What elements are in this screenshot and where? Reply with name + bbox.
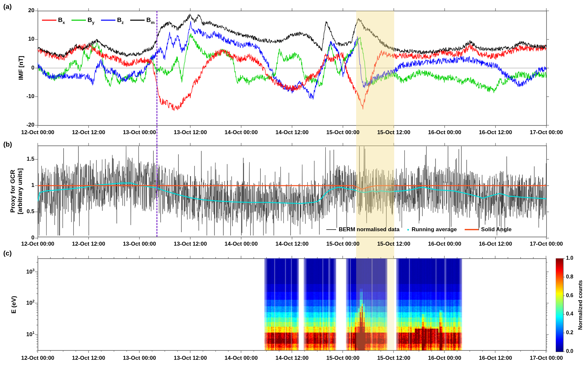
y-tick-label: 1 xyxy=(9,182,34,189)
x-tick-label: 14-Oct 12:00 xyxy=(268,241,317,247)
colorbar-tick-label: 0.8 xyxy=(566,274,582,280)
x-tick-label: 14-Oct 12:00 xyxy=(268,355,317,361)
x-tick-label: 12-Oct 00:00 xyxy=(13,129,62,136)
panel-b-legend: BERM normalised dataRunning averageSolid… xyxy=(326,226,519,233)
legend-item: Solid Angle xyxy=(465,226,512,233)
legend-label-sub: m xyxy=(151,20,155,25)
legend-line-swatch xyxy=(101,20,115,21)
colorbar xyxy=(556,258,563,352)
x-tick-label: 16-Oct 12:00 xyxy=(471,355,520,361)
legend-label-main: B xyxy=(58,16,63,23)
legend-label: BERM normalised data xyxy=(339,226,399,233)
legend-label: By xyxy=(88,16,94,24)
x-tick-label: 17-Oct 00:00 xyxy=(522,129,571,136)
legend-label: Bz xyxy=(117,16,124,24)
spectrogram-canvas xyxy=(38,258,546,350)
x-tick-label: 13-Oct 12:00 xyxy=(166,355,215,361)
legend-line-swatch xyxy=(326,229,336,230)
legend-item: Bx xyxy=(42,16,65,24)
x-tick-label: 13-Oct 00:00 xyxy=(115,241,164,247)
legend-line-swatch xyxy=(42,20,56,21)
legend-label-main: B xyxy=(88,16,92,23)
colorbar-tick-label: 0.4 xyxy=(566,311,582,317)
legend-dot-swatch xyxy=(407,229,409,231)
colorbar-label: Normalized counts xyxy=(577,280,584,330)
legend-label: Running average xyxy=(412,226,457,233)
legend-label: Bm xyxy=(146,16,154,24)
legend-label-main: B xyxy=(146,16,151,23)
x-tick-label: 15-Oct 12:00 xyxy=(369,355,418,361)
y-tick-label: -20 xyxy=(9,122,34,128)
x-tick-label: 13-Oct 00:00 xyxy=(115,129,164,136)
colorbar-tick-label: 0.6 xyxy=(566,293,582,298)
event-marker-line xyxy=(156,11,157,237)
panel-b-ylabel-line2: [arbitrary units] xyxy=(16,168,24,214)
panel-a-legend: BxByBzBm xyxy=(42,16,161,24)
gcr-plot-canvas xyxy=(38,146,546,237)
x-tick-label: 12-Oct 12:00 xyxy=(64,355,113,361)
x-tick-label: 15-Oct 00:00 xyxy=(318,355,368,361)
x-tick-label: 14-Oct 12:00 xyxy=(268,129,317,136)
panel-b-ylabel: Proxy for GCR [arbitrary units] xyxy=(9,168,24,214)
legend-label-sub: y xyxy=(92,20,94,25)
legend-item: Bm xyxy=(130,16,154,24)
legend-label-sub: z xyxy=(122,20,124,25)
panel-b-tag: (b) xyxy=(3,140,12,148)
colorbar-tick-label: 1.0 xyxy=(566,255,582,261)
legend-label-main: B xyxy=(117,16,122,23)
legend-label: Bx xyxy=(58,16,65,24)
x-tick-label: 16-Oct 00:00 xyxy=(420,241,469,247)
x-tick-label: 12-Oct 00:00 xyxy=(13,355,62,361)
y-tick-label: 0.5 xyxy=(9,208,34,215)
y-tick-label: 0 xyxy=(9,65,34,71)
x-tick-label: 16-Oct 12:00 xyxy=(471,241,520,247)
colorbar-tick-label: 0.2 xyxy=(566,330,582,336)
panel-b-ylabel-line1: Proxy for GCR xyxy=(9,168,16,214)
x-tick-label: 15-Oct 00:00 xyxy=(318,241,368,247)
legend-label-sub: x xyxy=(63,20,65,25)
legend-line-swatch xyxy=(71,20,86,21)
legend-line-swatch xyxy=(465,229,478,230)
x-tick-label: 15-Oct 12:00 xyxy=(369,129,418,136)
x-tick-label: 15-Oct 00:00 xyxy=(318,129,368,136)
y-tick-label: 0 xyxy=(9,234,34,241)
x-tick-label: 15-Oct 12:00 xyxy=(369,241,418,247)
legend-line-swatch xyxy=(130,20,145,21)
y-tick-label: 101 xyxy=(9,331,34,338)
legend-item: Bz xyxy=(101,16,124,24)
x-tick-label: 17-Oct 00:00 xyxy=(522,241,571,247)
x-tick-label: 16-Oct 00:00 xyxy=(420,129,469,136)
y-tick-label: 1.5 xyxy=(9,156,34,162)
x-tick-label: 14-Oct 00:00 xyxy=(216,355,266,361)
legend-label: Solid Angle xyxy=(481,226,512,233)
x-tick-label: 12-Oct 12:00 xyxy=(64,129,113,136)
y-tick-label: 103 xyxy=(9,268,34,275)
x-tick-label: 13-Oct 12:00 xyxy=(166,241,215,247)
x-tick-label: 16-Oct 00:00 xyxy=(420,355,469,361)
legend-item: Running average xyxy=(407,226,457,233)
y-tick-label: 10 xyxy=(9,36,34,42)
figure-root: (a) (b) (c) IMF [nT] Proxy for GCR [arbi… xyxy=(0,0,588,367)
legend-item: By xyxy=(71,16,94,24)
colorbar-tick-label: 0.0 xyxy=(566,348,582,354)
y-tick-label: 102 xyxy=(9,299,34,306)
y-tick-label: 20 xyxy=(9,7,34,14)
imf-plot-canvas xyxy=(38,11,546,125)
x-tick-label: 17-Oct 00:00 xyxy=(522,355,571,361)
x-tick-label: 14-Oct 00:00 xyxy=(216,241,266,247)
legend-item: BERM normalised data xyxy=(326,226,399,233)
y-tick-label: -10 xyxy=(9,93,34,100)
x-tick-label: 16-Oct 12:00 xyxy=(471,129,520,136)
x-tick-label: 13-Oct 00:00 xyxy=(115,355,164,361)
x-tick-label: 12-Oct 00:00 xyxy=(13,241,62,247)
x-tick-label: 12-Oct 12:00 xyxy=(64,241,113,247)
x-tick-label: 13-Oct 12:00 xyxy=(166,129,215,136)
x-tick-label: 14-Oct 00:00 xyxy=(216,129,266,136)
panel-c-tag: (c) xyxy=(3,249,12,257)
